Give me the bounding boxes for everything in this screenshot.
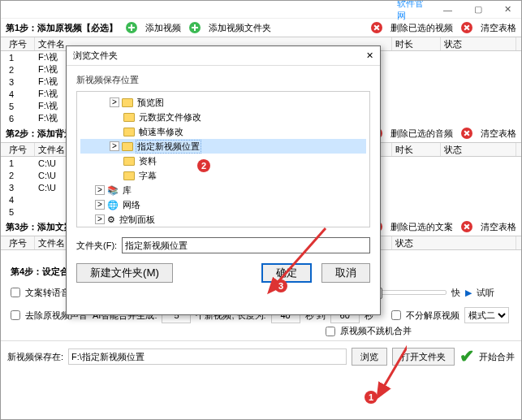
expand-icon[interactable]: > xyxy=(110,141,119,151)
save-path-label: 新视频保存在: xyxy=(7,351,63,363)
path-label: 文件夹(F): xyxy=(76,240,117,252)
expand-icon[interactable]: > xyxy=(95,200,105,210)
clear-icon xyxy=(461,221,472,232)
step3-label: 第3步：添加文案 xyxy=(6,221,73,233)
window-titlebar: 软件官网 — ▢ ✕ xyxy=(1,1,521,19)
delete-audio-button[interactable]: 删除已选的音频 xyxy=(390,128,453,140)
add-folder-icon xyxy=(189,22,201,33)
net-icon: 🌐 xyxy=(107,200,119,210)
delete-selected-button[interactable]: 删除已选的视频 xyxy=(390,22,453,34)
check-icon: ✔ xyxy=(459,346,474,367)
col-idx: 序号 xyxy=(6,37,35,50)
expand-icon[interactable]: > xyxy=(95,185,105,195)
dialog-close-button[interactable]: ✕ xyxy=(366,50,373,61)
tree-node[interactable]: 字幕 xyxy=(80,168,366,183)
step1-row: 第1步：添加原视频【必选】 添加视频 添加视频文件夹 删除已选的视频 清空表格 xyxy=(1,19,521,37)
tree-label: 字幕 xyxy=(137,170,158,182)
expand-icon[interactable]: > xyxy=(110,97,119,107)
add-icon xyxy=(126,22,137,33)
tree-label: 控制面板 xyxy=(118,214,157,226)
remove-orig-audio-checkbox[interactable] xyxy=(11,310,20,320)
tree-label: 预览图 xyxy=(136,97,166,109)
svg-line-0 xyxy=(275,228,326,285)
folder-icon xyxy=(123,113,135,122)
delete-icon xyxy=(371,22,382,33)
window-max[interactable]: ▢ xyxy=(471,4,485,15)
mode-select[interactable]: 模式二 xyxy=(464,307,509,323)
tree-node[interactable]: >预览图 xyxy=(80,95,366,110)
tts-checkbox[interactable] xyxy=(11,288,20,297)
dialog-title: 浏览文件夹 xyxy=(73,50,118,62)
clear-icon xyxy=(461,128,472,139)
clear-table2-button[interactable]: 清空表格 xyxy=(481,128,516,140)
tree-label: 网络 xyxy=(121,199,142,211)
tree-label: 元数据文件修改 xyxy=(137,111,203,123)
tree-node[interactable]: 资料 xyxy=(80,154,366,168)
annotation-2: 2 xyxy=(197,159,210,172)
svg-line-1 xyxy=(382,285,407,389)
step1-label: 第1步：添加原视频【必选】 xyxy=(6,22,118,34)
try-listen[interactable]: 试听 xyxy=(477,287,494,299)
folder-icon xyxy=(123,171,135,180)
annotation-3: 3 xyxy=(274,279,287,292)
add-video-button[interactable]: 添加视频 xyxy=(145,22,181,34)
clear-table3-button[interactable]: 清空表格 xyxy=(481,221,516,233)
dialog-subtitle: 新视频保存位置 xyxy=(76,74,370,86)
dialog-titlebar: 浏览文件夹 ✕ xyxy=(67,46,380,66)
tree-node[interactable]: 帧速率修改 xyxy=(80,124,366,139)
tree-label: 库 xyxy=(121,184,133,197)
lib-icon: 📚 xyxy=(107,185,119,196)
step2-label: 第2步：添加背景 xyxy=(6,128,73,140)
new-folder-button[interactable]: 新建文件夹(M) xyxy=(76,263,173,283)
start-button[interactable]: 开始合并 xyxy=(479,351,515,363)
folder-icon xyxy=(123,128,135,136)
tree-node[interactable]: 元数据文件修改 xyxy=(80,110,366,124)
nosplit-label: 不分解原视频 xyxy=(406,310,459,322)
speed-max: 快 xyxy=(451,287,460,299)
folder-icon xyxy=(122,98,133,107)
clear-table-button[interactable]: 清空表格 xyxy=(481,22,516,34)
tree-node[interactable]: >📚库 xyxy=(80,183,366,197)
window-close[interactable]: ✕ xyxy=(501,4,515,15)
expand-icon[interactable]: > xyxy=(95,214,105,224)
clear-icon xyxy=(461,22,472,33)
tree-label: 指定新视频位置 xyxy=(136,140,201,154)
brand-link[interactable]: 软件官网 xyxy=(397,0,425,22)
folder-icon xyxy=(123,157,135,166)
tree-label: 帧速率修改 xyxy=(137,126,185,138)
window-min[interactable]: — xyxy=(441,5,455,15)
tree-label: 资料 xyxy=(137,155,158,167)
annotation-1: 1 xyxy=(365,391,377,404)
folder-icon xyxy=(122,142,133,151)
col-du: 时长 xyxy=(392,37,441,50)
ctrl-icon: ⚙ xyxy=(107,214,115,225)
tree-node[interactable]: >指定新视频位置 xyxy=(80,139,366,154)
add-folder-button[interactable]: 添加视频文件夹 xyxy=(209,22,271,34)
col-st: 状态 xyxy=(441,37,516,50)
